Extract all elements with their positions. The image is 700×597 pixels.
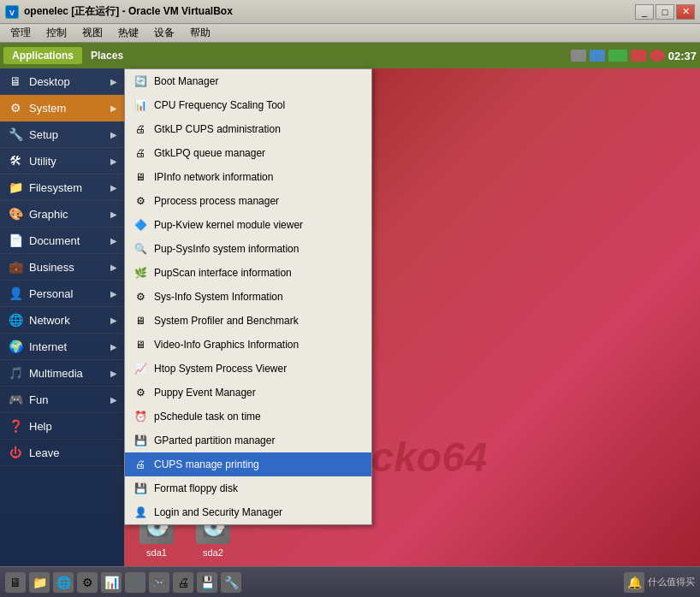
arrow-icon: ▶ [110,263,117,272]
gtklpq-icon: 🖨 [132,145,149,162]
sidebar-item-leave[interactable]: ⏻ Leave [0,440,124,466]
taskbar-notification-icon[interactable]: 🔔 [624,572,644,593]
gparted-icon: 💾 [132,432,149,449]
dd-gtklpq[interactable]: 🖨 GtkLPQ queue manager [125,141,371,165]
taskbar-icon-2[interactable]: 🌐 [53,572,74,593]
sidebar-item-setup[interactable]: 🔧 Setup ▶ [0,121,124,148]
arrow-icon: ▶ [110,130,117,139]
desktop-icon: 🖥 [7,73,24,90]
window-controls: _ □ ✕ [635,4,695,20]
arrow-icon: ▶ [110,236,117,245]
arrow-icon: ▶ [110,369,117,378]
sidebar: 🖥 Desktop ▶ ⚙ System ▶ 🔧 Setup ▶ 🛠 Utili… [0,68,124,566]
dd-gparted[interactable]: 💾 GParted partition manager [125,429,371,452]
dd-pprocess[interactable]: ⚙ Pprocess process manager [125,189,371,213]
main-area: 🖥 Desktop ▶ ⚙ System ▶ 🔧 Setup ▶ 🛠 Utili… [0,68,700,566]
pup-sysinfo-icon: 🔍 [132,240,149,257]
close-button[interactable]: ✕ [676,4,695,20]
dd-cups-print[interactable]: 🖨 CUPS manage printing [125,452,371,476]
taskbar-icon-1[interactable]: 📁 [29,572,50,593]
dd-sys-profiler[interactable]: 🖥 System Profiler and Benchmark [125,309,371,333]
arrow-icon: ▶ [110,157,117,166]
tray-battery-icon [608,50,627,62]
sidebar-item-graphic[interactable]: 🎨 Graphic ▶ [0,201,124,228]
dd-htop[interactable]: 📈 Htop System Process Viewer [125,357,371,381]
applications-button[interactable]: Applications [3,47,82,64]
taskbar-icon-8[interactable]: 💾 [197,572,217,593]
sidebar-item-fun[interactable]: 🎮 Fun ▶ [0,387,124,413]
taskbar-icon-7[interactable]: 🖨 [173,572,193,593]
clock: 02:37 [668,50,697,62]
dd-pupscan[interactable]: 🌿 PupScan interface information [125,261,371,285]
arrow-icon: ▶ [110,289,117,298]
sidebar-item-utility[interactable]: 🛠 Utility ▶ [0,148,124,174]
sys-info-icon: ⚙ [132,288,149,305]
sidebar-item-document[interactable]: 📄 Document ▶ [0,228,124,254]
arrow-icon: ▶ [110,210,117,219]
taskbar-icon-3[interactable]: ⚙ [77,572,98,593]
menu-manage[interactable]: 管理 [3,24,38,42]
sidebar-item-filesystem[interactable]: 📁 Filesystem ▶ [0,174,124,201]
dd-pup-sysinfo[interactable]: 🔍 Pup-SysInfo system information [125,237,371,261]
dd-ipinfo[interactable]: 🖥 IPInfo network information [125,165,371,189]
dd-pup-kview[interactable]: 🔷 Pup-Kview kernel module viewer [125,213,371,237]
menu-control[interactable]: 控制 [39,24,74,42]
menu-help[interactable]: 帮助 [183,24,217,42]
taskbar-icon-9[interactable]: 🔧 [221,572,241,593]
graphic-icon: 🎨 [7,205,24,222]
ipinfo-icon: 🖥 [132,168,149,186]
menu-hotkey[interactable]: 热键 [111,24,145,42]
dd-gtklp[interactable]: 🖨 GtkLP CUPS administration [125,117,371,141]
sidebar-item-internet[interactable]: 🌍 Internet ▶ [0,334,124,360]
pupscan-icon: 🌿 [132,264,149,281]
arrow-icon: ▶ [110,395,117,405]
dd-login-security[interactable]: 👤 Login and Security Manager [125,500,371,524]
window-title: openelec [正在运行] - Oracle VM VirtualBox [24,4,630,19]
sda2-label: sda2 [203,547,223,558]
menu-view[interactable]: 视图 [75,24,110,42]
sidebar-item-personal[interactable]: 👤 Personal ▶ [0,281,124,307]
sidebar-item-system[interactable]: ⚙ System ▶ [0,95,124,121]
maximize-button[interactable]: □ [656,4,674,20]
tray-x-icon [631,50,646,62]
dd-pschedule[interactable]: ⏰ pSchedule task on time [125,405,371,429]
taskbar-icon-5[interactable]: 🎵 [125,572,145,593]
arrow-icon: ▶ [110,103,117,113]
leave-icon: ⏻ [7,444,24,461]
personal-icon: 👤 [7,285,24,302]
taskbar-icon-6[interactable]: 🎮 [149,572,169,593]
dd-video-info[interactable]: 🖥 Video-Info Graphics Information [125,333,371,357]
dd-cpu-freq[interactable]: 📊 CPU Frequency Scaling Tool [125,93,371,117]
video-info-icon: 🖥 [132,336,149,353]
taskbar-right-area: 🔔 什么值得买 [624,572,695,593]
htop-icon: 📈 [132,360,149,377]
format-floppy-icon: 💾 [132,480,149,497]
sidebar-item-help[interactable]: ❓ Help [0,413,124,440]
minimize-button[interactable]: _ [635,4,654,20]
pschedule-icon: ⏰ [132,408,149,425]
filesystem-icon: 📁 [7,179,24,196]
menu-device[interactable]: 设备 [147,24,181,42]
sidebar-item-desktop[interactable]: 🖥 Desktop ▶ [0,68,124,95]
cpu-freq-icon: 📊 [132,97,149,114]
tray-network-icon [590,50,605,62]
dd-boot-manager[interactable]: 🔄 Boot Manager [125,69,371,93]
places-button[interactable]: Places [82,47,132,64]
sidebar-item-network[interactable]: 🌐 Network ▶ [0,307,124,334]
multimedia-icon: 🎵 [7,364,24,381]
taskbar-icon-4[interactable]: 📊 [101,572,122,593]
dd-sys-info[interactable]: ⚙ Sys-Info System Information [125,285,371,309]
boot-manager-icon: 🔄 [132,73,149,90]
dd-puppy-event[interactable]: ⚙ Puppy Event Manager [125,381,371,405]
sidebar-item-business[interactable]: 💼 Business ▶ [0,254,124,281]
sidebar-item-multimedia[interactable]: 🎵 Multimedia ▶ [0,360,124,387]
pup-kview-icon: 🔷 [132,216,149,233]
arrow-icon: ▶ [110,183,117,192]
taskbar-icon-0[interactable]: 🖥 [5,572,26,593]
gtklp-icon: 🖨 [132,121,149,138]
login-security-icon: 👤 [132,504,149,521]
system-icon: ⚙ [7,99,24,116]
app-icon: V [5,5,19,19]
dd-format-floppy[interactable]: 💾 Format floppy disk [125,476,371,500]
utility-icon: 🛠 [7,152,24,169]
